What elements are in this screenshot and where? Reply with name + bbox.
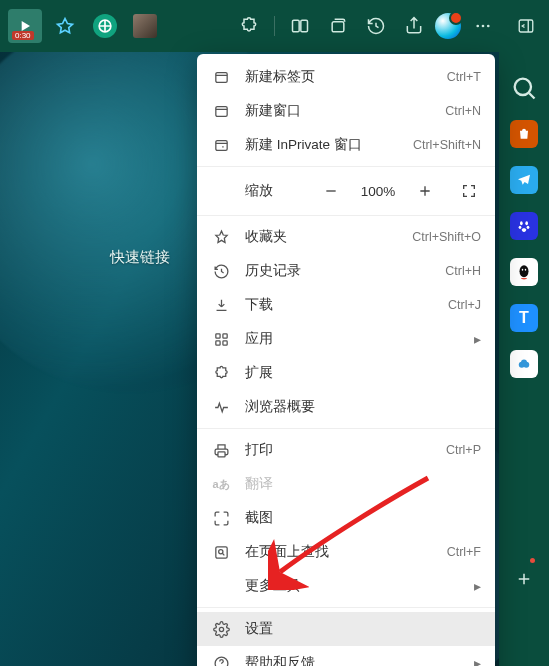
- menu-label: 下载: [245, 296, 438, 314]
- menu-find[interactable]: 在页面上查找 Ctrl+F: [197, 535, 495, 569]
- screenshot-icon: [211, 508, 231, 528]
- menu-new-window[interactable]: 新建窗口 Ctrl+N: [197, 94, 495, 128]
- extension-avatar[interactable]: [128, 9, 162, 43]
- svg-point-10: [520, 221, 523, 225]
- menu-print[interactable]: 打印 Ctrl+P: [197, 433, 495, 467]
- video-badge: 0:30: [12, 31, 34, 40]
- menu-label: 扩展: [245, 364, 481, 382]
- menu-new-tab[interactable]: 新建标签页 Ctrl+T: [197, 60, 495, 94]
- collections-icon[interactable]: [321, 9, 355, 43]
- menu-separator: [197, 215, 495, 216]
- side-app-strip: T: [499, 52, 549, 666]
- menu-zoom-row: 缩放 100%: [197, 171, 495, 211]
- menu-separator: [197, 166, 495, 167]
- menu-downloads[interactable]: 下载 Ctrl+J: [197, 288, 495, 322]
- baidu-app-icon[interactable]: [510, 212, 538, 240]
- menu-label: 设置: [245, 620, 481, 638]
- menu-label: 翻译: [245, 475, 481, 493]
- download-icon: [211, 295, 231, 315]
- puzzle-icon: [211, 363, 231, 383]
- history-icon[interactable]: [359, 9, 393, 43]
- share-icon[interactable]: [397, 9, 431, 43]
- svg-point-16: [525, 269, 527, 271]
- menu-essentials[interactable]: 浏览器概要: [197, 390, 495, 424]
- search-icon[interactable]: [510, 74, 538, 102]
- fullscreen-button[interactable]: [457, 179, 481, 203]
- menu-favorites[interactable]: 收藏夹 Ctrl+Shift+O: [197, 220, 495, 254]
- zoom-level: 100%: [357, 184, 399, 199]
- menu-shortcut: Ctrl+J: [448, 298, 481, 312]
- translate-icon: aあ: [211, 474, 231, 494]
- menu-label: 打印: [245, 441, 436, 459]
- blank-icon: [211, 576, 231, 596]
- menu-screenshot[interactable]: 截图: [197, 501, 495, 535]
- pulse-icon: [211, 397, 231, 417]
- menu-label: 更多工具: [245, 577, 466, 595]
- telegram-app-icon[interactable]: [510, 166, 538, 194]
- menu-label: 帮助和反馈: [245, 654, 466, 666]
- shopping-app-icon[interactable]: [510, 120, 538, 148]
- puzzle-icon[interactable]: [232, 9, 266, 43]
- menu-shortcut: Ctrl+P: [446, 443, 481, 457]
- svg-rect-22: [215, 140, 226, 150]
- extension-icon-2[interactable]: [88, 9, 122, 43]
- tencent-app-icon[interactable]: T: [510, 304, 538, 332]
- find-icon: [211, 542, 231, 562]
- quick-links-label: 快速链接: [110, 248, 170, 267]
- menu-shortcut: Ctrl+Shift+N: [413, 138, 481, 152]
- svg-rect-21: [215, 106, 226, 116]
- svg-rect-24: [222, 333, 226, 337]
- menu-separator: [197, 607, 495, 608]
- menu-apps[interactable]: 应用 ▸: [197, 322, 495, 356]
- help-icon: [211, 653, 231, 666]
- cloud-app-icon[interactable]: [510, 350, 538, 378]
- history-icon: [211, 261, 231, 281]
- menu-label: 浏览器概要: [245, 398, 481, 416]
- svg-rect-2: [293, 20, 300, 32]
- chevron-right-icon: ▸: [474, 331, 481, 347]
- svg-rect-20: [215, 72, 226, 82]
- gear-icon: [211, 619, 231, 639]
- svg-rect-28: [215, 546, 226, 557]
- chevron-right-icon: ▸: [474, 655, 481, 666]
- main-menu: 新建标签页 Ctrl+T 新建窗口 Ctrl+N 新建 InPrivate 窗口…: [197, 54, 495, 666]
- add-app-button[interactable]: [507, 562, 541, 596]
- menu-extensions[interactable]: 扩展: [197, 356, 495, 390]
- svg-point-31: [215, 657, 228, 666]
- printer-icon: [211, 440, 231, 460]
- profile-avatar[interactable]: [435, 13, 461, 39]
- svg-rect-25: [215, 340, 219, 344]
- svg-point-5: [476, 25, 479, 28]
- zoom-out-button[interactable]: [319, 179, 343, 203]
- menu-settings[interactable]: 设置: [197, 612, 495, 646]
- svg-rect-3: [301, 20, 308, 32]
- menu-translate: aあ 翻译: [197, 467, 495, 501]
- menu-shortcut: Ctrl+Shift+O: [412, 230, 481, 244]
- svg-point-14: [520, 265, 529, 277]
- svg-point-15: [522, 269, 524, 271]
- apps-icon: [211, 329, 231, 349]
- menu-help[interactable]: 帮助和反馈 ▸: [197, 646, 495, 666]
- extension-icon-1[interactable]: [48, 9, 82, 43]
- svg-rect-23: [215, 333, 219, 337]
- svg-point-30: [219, 627, 223, 631]
- menu-more-tools[interactable]: 更多工具 ▸: [197, 569, 495, 603]
- svg-point-6: [482, 25, 485, 28]
- svg-point-12: [519, 226, 522, 229]
- svg-marker-0: [22, 21, 30, 31]
- menu-shortcut: Ctrl+F: [447, 545, 481, 559]
- svg-point-13: [527, 226, 530, 229]
- qq-app-icon[interactable]: [510, 258, 538, 286]
- open-sidebar-button[interactable]: [511, 11, 541, 41]
- menu-history[interactable]: 历史记录 Ctrl+H: [197, 254, 495, 288]
- zoom-in-button[interactable]: [413, 179, 437, 203]
- menu-label: 历史记录: [245, 262, 435, 280]
- toolbar-divider: [274, 16, 275, 36]
- menu-new-inprivate[interactable]: 新建 InPrivate 窗口 Ctrl+Shift+N: [197, 128, 495, 162]
- split-screen-icon[interactable]: [283, 9, 317, 43]
- new-tab-icon: [211, 67, 231, 87]
- svg-point-19: [521, 360, 527, 366]
- more-menu-button[interactable]: [465, 9, 501, 43]
- video-pip-icon[interactable]: 0:30: [8, 9, 42, 43]
- svg-point-7: [487, 25, 490, 28]
